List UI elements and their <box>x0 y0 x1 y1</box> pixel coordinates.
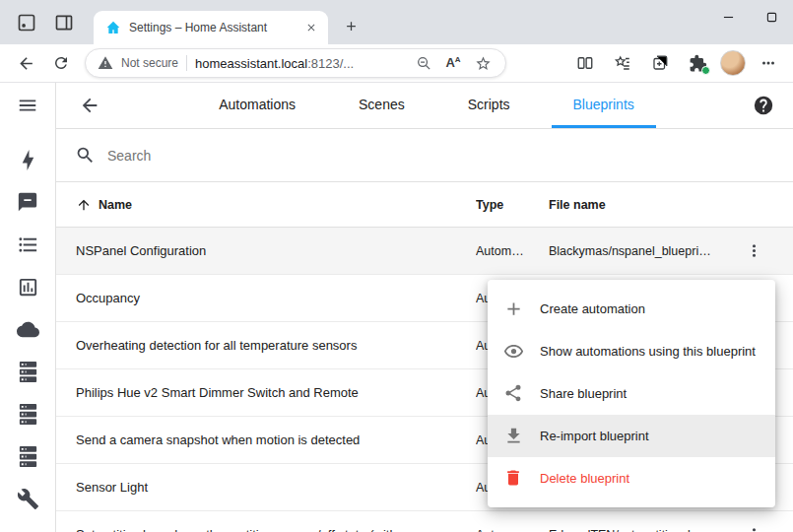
share-icon <box>503 383 524 404</box>
tab-blueprints[interactable]: Blueprints <box>552 83 656 128</box>
trash-icon <box>503 468 524 489</box>
menu-item-label: Create automation <box>540 301 645 316</box>
address-divider <box>186 55 187 71</box>
ha-header: Automations Scenes Scripts Blueprints <box>56 83 793 129</box>
row-type: Autom… <box>476 244 549 258</box>
zoom-out-icon[interactable] <box>413 52 434 74</box>
browser-tab-strip: Settings – Home Assistant <box>0 0 793 44</box>
message-icon[interactable] <box>15 190 40 214</box>
wrench-icon[interactable] <box>15 487 40 510</box>
tab-scenes[interactable]: Scenes <box>337 83 427 128</box>
table-header: Name Type File name <box>56 182 793 228</box>
ha-tab-bar: Automations Scenes Scripts Blueprints <box>101 83 752 128</box>
close-icon[interactable] <box>302 19 320 36</box>
menu-item-show-automations[interactable]: Show automations using this blueprint <box>488 330 775 372</box>
tab-title: Settings – Home Assistant <box>129 21 295 34</box>
column-file-name[interactable]: File name <box>549 198 714 212</box>
row-name: Philips Hue v2 Smart Dimmer Switch and R… <box>56 369 476 417</box>
server-icon[interactable] <box>15 402 40 426</box>
lightning-icon[interactable] <box>15 148 40 171</box>
row-name: Send a camera snapshot when motion is de… <box>56 417 476 464</box>
home-assistant-favicon <box>105 20 121 35</box>
split-screen-icon[interactable] <box>570 48 600 78</box>
row-name: Sensor Light <box>56 464 476 511</box>
back-icon[interactable] <box>10 47 41 79</box>
menu-item-share-blueprint[interactable]: Share blueprint <box>488 372 775 415</box>
row-type: Autom… <box>476 528 549 532</box>
row-name: Set entities based on other entities new… <box>56 511 476 532</box>
favorites-icon[interactable] <box>608 48 637 78</box>
row-name: Occupancy <box>56 275 476 322</box>
window-controls <box>706 0 793 33</box>
sidebar <box>0 83 56 532</box>
menu-item-delete-blueprint[interactable]: Delete blueprint <box>488 457 775 499</box>
plus-icon <box>503 299 524 319</box>
status-dot <box>701 66 710 75</box>
help-circle-icon[interactable] <box>752 94 775 117</box>
row-overflow-icon[interactable] <box>739 520 768 532</box>
search-input[interactable]: Search <box>56 129 793 182</box>
security-label: Not secure <box>121 56 178 70</box>
menu-item-label: Re-import blueprint <box>540 429 649 443</box>
menu-item-label: Delete blueprint <box>540 471 629 486</box>
table-row[interactable]: NSPanel Configuration Autom… Blackymas/n… <box>56 228 793 275</box>
chart-icon[interactable] <box>15 275 40 299</box>
new-tab-button[interactable] <box>339 14 363 37</box>
server-icon[interactable] <box>15 444 40 468</box>
row-name: Overheating detection for all temperatur… <box>56 322 476 369</box>
row-file: Blackymas/nspanel_blueprin… <box>549 244 714 258</box>
search-icon <box>75 145 96 166</box>
address-bar[interactable]: Not secure homeassistant.local:8123/... … <box>85 48 506 78</box>
cloud-icon[interactable] <box>15 317 40 341</box>
list-icon[interactable] <box>15 233 40 256</box>
warning-triangle-icon <box>98 55 113 71</box>
menu-item-reimport-blueprint[interactable]: Re-import blueprint <box>488 415 775 457</box>
eye-icon <box>503 341 524 362</box>
profile-avatar[interactable] <box>720 50 746 76</box>
column-name[interactable]: Name <box>56 197 476 213</box>
collections-icon[interactable] <box>645 48 675 78</box>
blueprint-context-menu: Create automation Show automations using… <box>488 280 775 507</box>
download-icon <box>503 426 524 446</box>
more-menu-icon[interactable] <box>754 48 783 78</box>
extensions-icon[interactable] <box>683 48 712 78</box>
column-type[interactable]: Type <box>476 198 549 212</box>
browser-tab[interactable]: Settings – Home Assistant <box>94 11 328 44</box>
table-row[interactable]: Set entities based on other entities new… <box>56 511 793 532</box>
workspaces-icon[interactable] <box>14 10 39 35</box>
menu-icon[interactable] <box>15 94 40 117</box>
server-icon[interactable] <box>15 360 40 383</box>
arrow-up-icon <box>76 197 92 213</box>
row-overflow-icon[interactable] <box>739 236 768 266</box>
browser-toolbar: Not secure homeassistant.local:8123/... … <box>0 44 793 83</box>
tab-actions-icon[interactable] <box>51 10 77 35</box>
maximize-icon[interactable] <box>750 0 793 33</box>
url-text: homeassistant.local:8123/... <box>195 56 354 71</box>
tab-scripts[interactable]: Scripts <box>446 83 532 128</box>
favorite-star-icon[interactable] <box>472 52 494 74</box>
row-name: NSPanel Configuration <box>56 228 476 275</box>
menu-item-label: Show automations using this blueprint <box>540 344 756 359</box>
search-placeholder: Search <box>107 148 151 164</box>
arrow-left-icon[interactable] <box>78 94 101 117</box>
read-aloud-icon[interactable]: AA <box>442 52 464 74</box>
tab-automations[interactable]: Automations <box>197 83 317 128</box>
menu-item-label: Share blueprint <box>540 386 627 401</box>
minimize-icon[interactable] <box>706 0 750 33</box>
refresh-icon[interactable] <box>45 47 77 79</box>
menu-item-create-automation[interactable]: Create automation <box>488 288 775 330</box>
row-file: EdwardTEN/set_entities_bas… <box>549 528 714 532</box>
